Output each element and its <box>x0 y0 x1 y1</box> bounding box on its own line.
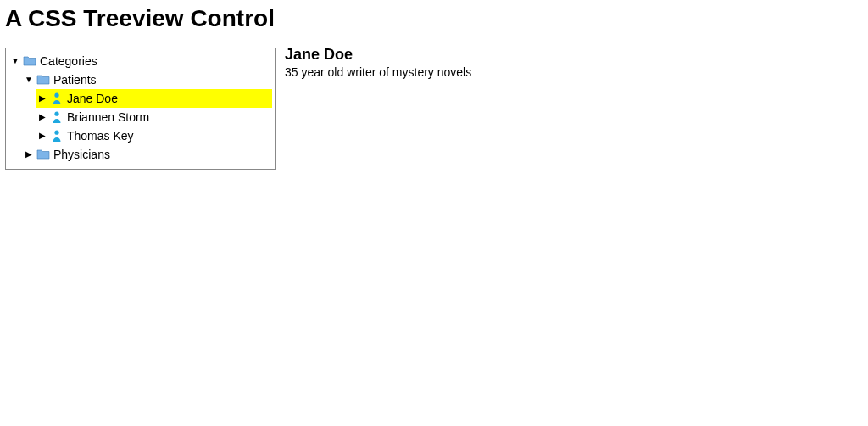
tree-node-briannen-storm[interactable]: Briannen Storm <box>36 108 272 126</box>
tree-node-jane-doe[interactable]: Jane Doe <box>36 89 272 108</box>
person-icon <box>50 110 64 124</box>
folder-icon <box>36 148 50 161</box>
tree-label: Patients <box>53 70 97 89</box>
detail-panel: Jane Doe 35 year old writer of mystery n… <box>285 46 471 79</box>
folder-icon <box>36 73 50 87</box>
tree-node-patients[interactable]: Patients <box>23 70 272 89</box>
tree-label: Thomas Key <box>67 126 134 145</box>
detail-name: Jane Doe <box>285 46 471 64</box>
person-icon <box>50 92 64 105</box>
chevron-down-icon[interactable] <box>23 70 35 89</box>
tree-label: Physicians <box>53 145 110 164</box>
chevron-right-icon[interactable] <box>36 89 48 108</box>
chevron-down-icon[interactable] <box>9 52 21 70</box>
person-icon <box>50 129 64 143</box>
chevron-right-icon[interactable] <box>36 108 48 126</box>
content-area: Categories Patients Jane Doe <box>0 44 868 170</box>
tree-label: Categories <box>40 52 97 70</box>
chevron-right-icon[interactable] <box>23 145 35 164</box>
tree-children-patients: Jane Doe Briannen Storm Thomas K <box>23 89 272 145</box>
svg-point-1 <box>54 112 58 116</box>
svg-point-0 <box>54 93 58 98</box>
tree-label: Briannen Storm <box>67 108 149 126</box>
detail-summary: 35 year old writer of mystery novels <box>285 65 471 79</box>
page-title: A CSS Treeview Control <box>5 5 863 32</box>
folder-icon <box>23 54 36 68</box>
tree-children-categories: Patients Jane Doe Briannen <box>9 70 272 164</box>
chevron-right-icon[interactable] <box>36 126 48 145</box>
tree-node-physicians[interactable]: Physicians <box>23 145 272 164</box>
svg-point-2 <box>54 131 58 135</box>
tree-node-thomas-key[interactable]: Thomas Key <box>36 126 272 145</box>
tree-node-categories[interactable]: Categories <box>9 52 272 70</box>
tree-label: Jane Doe <box>67 89 118 108</box>
treeview: Categories Patients Jane Doe <box>5 48 276 170</box>
